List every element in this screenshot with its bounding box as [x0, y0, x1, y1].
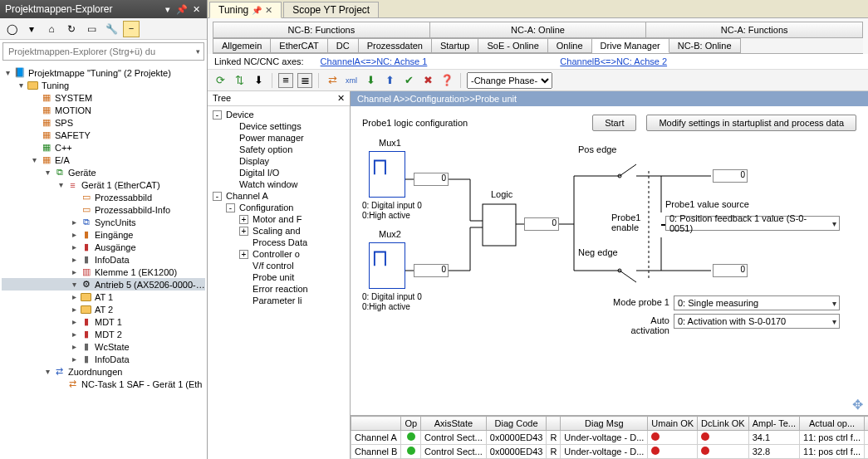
- close-icon[interactable]: ✕: [190, 4, 202, 15]
- tree-item[interactable]: ▸▮WcState: [2, 340, 205, 353]
- sub-tab[interactable]: SoE - Online: [478, 38, 547, 53]
- sub-tab[interactable]: NC-B: Online: [669, 38, 741, 53]
- cfg-item[interactable]: Parameter li: [211, 295, 346, 306]
- tree-item[interactable]: ▸AT 1: [2, 291, 205, 303]
- tree-item[interactable]: ▦SYSTEM: [2, 91, 205, 104]
- pin-icon[interactable]: 📌: [252, 6, 262, 15]
- sub-tab[interactable]: Online: [548, 38, 592, 53]
- start-button[interactable]: Start: [592, 115, 636, 131]
- cfg-item[interactable]: V/f control: [211, 260, 346, 271]
- modify-button[interactable]: Modify settings in startuplist and proce…: [646, 115, 856, 131]
- close-icon[interactable]: ✕: [265, 5, 272, 16]
- mux1-value[interactable]: 0: [414, 173, 449, 186]
- refresh-icon[interactable]: ↻: [63, 21, 80, 37]
- grid-col[interactable]: Diag Msg: [561, 417, 648, 431]
- grid-col[interactable]: AxisState: [421, 417, 487, 431]
- tree-item[interactable]: ▭Prozessabbild-Info: [2, 203, 205, 216]
- grid-col[interactable]: Diag Code: [486, 417, 547, 431]
- doc-tab[interactable]: Scope YT Project: [283, 2, 379, 17]
- tree-item[interactable]: ▾⚙Antrieb 5 (AX5206-0000-…: [2, 278, 205, 291]
- tb-outdent-icon[interactable]: ≣: [297, 73, 312, 88]
- cfg-item[interactable]: Device settings: [211, 120, 346, 132]
- table-row[interactable]: Channel BControl Sect...0x0000ED43RUnder…: [351, 445, 869, 459]
- nav-fwd-icon[interactable]: ▾: [23, 21, 40, 37]
- search-input[interactable]: [7, 46, 194, 57]
- grid-col[interactable]: DcLink OK: [698, 417, 749, 431]
- search-dd-icon[interactable]: ▾: [196, 47, 200, 56]
- linked-ch-a[interactable]: ChannelA<=>NC: Achse 1: [321, 56, 428, 66]
- neg-edge-value[interactable]: 0: [713, 264, 748, 277]
- tree-item[interactable]: ▾⧉Geräte: [2, 166, 205, 178]
- tree-item[interactable]: ⇄NC-Task 1 SAF - Gerät 1 (Eth: [2, 378, 205, 390]
- tree-item[interactable]: ▦SAFETY: [2, 129, 205, 141]
- pos-edge-value[interactable]: 0: [713, 169, 748, 183]
- cfg-item[interactable]: Safety option: [211, 144, 346, 155]
- grid-col[interactable]: [351, 417, 401, 431]
- tree-item[interactable]: ▦SPS: [2, 116, 205, 129]
- panel-menu-icon[interactable]: ▾: [162, 4, 174, 15]
- config-tree[interactable]: - Device Device settings Power manager S…: [208, 106, 350, 459]
- sub-tab[interactable]: Drive Manager: [592, 38, 669, 53]
- cfg-item[interactable]: Digital I/O: [211, 167, 346, 178]
- tree-item[interactable]: ▸▮MDT 1: [2, 315, 205, 328]
- tree-item[interactable]: ▸▮InfoData: [2, 253, 205, 266]
- tb-help-icon[interactable]: ❓: [439, 73, 454, 88]
- mux2-value[interactable]: 0: [414, 264, 449, 277]
- explorer-tree[interactable]: ▾📘Projektmappe "Tuning" (2 Projekte)▾Tun…: [0, 63, 207, 459]
- sub-tab[interactable]: Startup: [432, 38, 478, 53]
- config-tree-close-icon[interactable]: ✕: [337, 93, 345, 104]
- top-tab[interactable]: NC-B: Functions: [213, 22, 430, 37]
- expand-icon[interactable]: ✥: [852, 397, 863, 413]
- cfg-item[interactable]: + Controller o: [211, 248, 346, 260]
- pin-icon[interactable]: 📌: [176, 4, 188, 15]
- tree-item[interactable]: ▦C++: [2, 141, 205, 154]
- tree-item[interactable]: ▾Tuning: [2, 79, 205, 91]
- mode-select[interactable]: 0: Single measuring: [674, 295, 840, 310]
- sub-tab[interactable]: Allgemein: [213, 38, 271, 53]
- tree-item[interactable]: ▾≡Gerät 1 (EtherCAT): [2, 178, 205, 191]
- grid-col[interactable]: Ampl- Te...: [748, 417, 799, 431]
- logic-value[interactable]: 0: [524, 217, 559, 231]
- cfg-item[interactable]: Power manager: [211, 132, 346, 144]
- explorer-search[interactable]: ▾: [2, 42, 204, 61]
- tb-tools-icon[interactable]: ✖: [420, 73, 435, 88]
- cfg-item[interactable]: Watch window: [211, 178, 346, 190]
- grid-col[interactable]: [547, 417, 561, 431]
- properties-icon[interactable]: 🔧: [103, 21, 120, 37]
- cfg-item[interactable]: + Scaling and: [211, 225, 346, 237]
- tb-xml-icon[interactable]: xml: [344, 73, 359, 88]
- tree-item[interactable]: ▭Prozessabbild: [2, 191, 205, 203]
- phase-select[interactable]: -Change Phase-: [467, 72, 552, 89]
- cfg-item[interactable]: + Motor and F: [211, 213, 346, 225]
- top-tab[interactable]: NC-A: Online: [430, 22, 647, 37]
- grid-col[interactable]: v <= v_0: [865, 417, 868, 431]
- tb-refresh-icon[interactable]: ⟳: [213, 73, 228, 88]
- tree-item[interactable]: ▸▮Ausgänge: [2, 241, 205, 253]
- cfg-item[interactable]: - Device: [211, 109, 346, 120]
- top-tab[interactable]: NC-A: Functions: [646, 22, 863, 37]
- linked-ch-b[interactable]: ChannelB<=>NC: Achse 2: [560, 56, 667, 66]
- sub-tab[interactable]: DC: [328, 38, 359, 53]
- status-grid[interactable]: OpAxisStateDiag CodeDiag MsgUmain OKDcLi…: [351, 416, 868, 459]
- tree-item[interactable]: ▾⇄Zuordnungen: [2, 365, 205, 378]
- sub-tab[interactable]: Prozessdaten: [359, 38, 432, 53]
- tree-item[interactable]: ▾📘Projektmappe "Tuning" (2 Projekte): [2, 66, 205, 79]
- tree-item[interactable]: ▸AT 2: [2, 303, 205, 315]
- cfg-item[interactable]: - Configuration: [211, 202, 346, 213]
- nav-back-icon[interactable]: ◯: [3, 21, 20, 37]
- grid-col[interactable]: Actual op...: [800, 417, 865, 431]
- tb-download-icon[interactable]: ⬇: [251, 73, 266, 88]
- toggle-icon[interactable]: －: [123, 21, 140, 37]
- tb-up-icon[interactable]: ⬆: [382, 73, 397, 88]
- cfg-item[interactable]: Display: [211, 155, 346, 167]
- tb-compare-icon[interactable]: ⇄: [325, 73, 340, 88]
- tree-item[interactable]: ▾▦E/A: [2, 154, 205, 166]
- cfg-item[interactable]: - Channel A: [211, 190, 346, 202]
- tree-item[interactable]: ▸⧉SyncUnits: [2, 216, 205, 228]
- cfg-item[interactable]: Process Data: [211, 237, 346, 248]
- tb-check-icon[interactable]: ✔: [401, 73, 416, 88]
- cfg-item[interactable]: Probe unit: [211, 271, 346, 283]
- grid-col[interactable]: Op: [401, 417, 421, 431]
- auto-select[interactable]: 0: Activation with S-0-0170: [674, 314, 840, 329]
- tree-item[interactable]: ▸▮InfoData: [2, 353, 205, 365]
